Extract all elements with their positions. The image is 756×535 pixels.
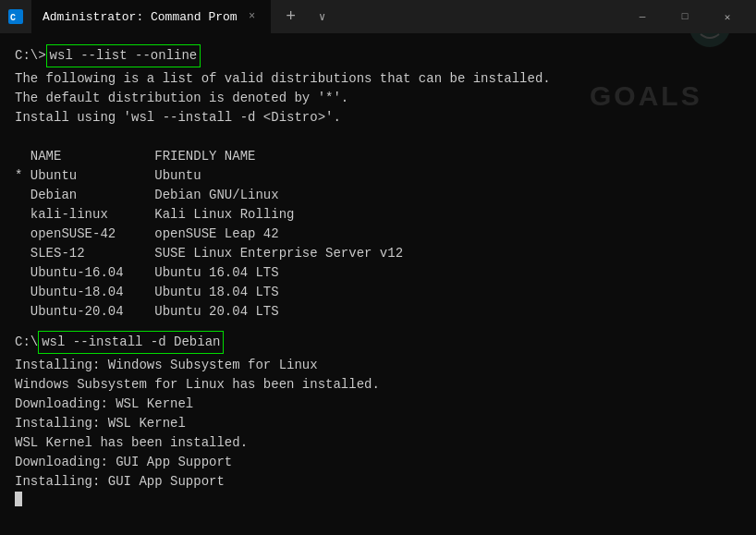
svg-text:C: C [10, 13, 16, 23]
output2-line-6: Downloading: GUI App Support [15, 453, 741, 472]
prompt-2: C:\ [15, 333, 38, 352]
command-text-1: wsl --list --online [46, 44, 201, 67]
output-line-12: Ubuntu-20.04 Ubuntu 20.04 LTS [15, 302, 741, 322]
command-text-2: wsl --install -d Debian [38, 331, 224, 354]
terminal-area[interactable]: C:\>wsl --list --online The following is… [0, 33, 756, 535]
output-line-11: Ubuntu-18.04 Ubuntu 18.04 LTS [15, 283, 741, 302]
minimize-button[interactable]: — [621, 0, 664, 33]
tab-label: Administrator: Command Prom [43, 10, 238, 24]
output-line-3: Install using 'wsl --install -d <Distro>… [15, 108, 741, 128]
prompt-1: C:\> [15, 46, 46, 66]
output-line-2: The default distribution is denoted by '… [15, 89, 741, 108]
output-line-8: openSUSE-42 openSUSE Leap 42 [15, 225, 741, 244]
close-tab-button[interactable]: × [245, 9, 260, 24]
output-line-5: * Ubuntu Ubuntu [15, 166, 741, 186]
title-bar: C Administrator: Command Prom × + ∨ — □ … [0, 0, 756, 33]
output2-line-3: Downloading: WSL Kernel [15, 395, 741, 414]
app-icon: C [7, 8, 24, 25]
active-tab[interactable]: Administrator: Command Prom × [31, 0, 271, 33]
output-line-1: The following is a list of valid distrib… [15, 69, 741, 89]
output-line-9: SLES-12 SUSE Linux Enterprise Server v12 [15, 244, 741, 263]
output-line-blank1 [15, 128, 741, 147]
add-tab-button[interactable]: + [278, 4, 304, 30]
output2-line-5: WSL Kernel has been installed. [15, 433, 741, 453]
output2-line-7: Installing: GUI App Support [15, 472, 741, 492]
output2-line-2: Windows Subsystem for Linux has been ins… [15, 375, 741, 395]
command-line-2: C:\wsl --install -d Debian [15, 331, 741, 354]
close-window-button[interactable]: ✕ [706, 0, 749, 33]
cursor [15, 492, 22, 506]
output-line-10: Ubuntu-16.04 Ubuntu 16.04 LTS [15, 263, 741, 283]
output2-line-4: Installing: WSL Kernel [15, 414, 741, 433]
output2-line-1: Installing: Windows Subsystem for Linux [15, 356, 741, 375]
output-line-7: kali-linux Kali Linux Rolling [15, 205, 741, 225]
window-controls: — □ ✕ [621, 0, 749, 33]
output-line-6: Debian Debian GNU/Linux [15, 186, 741, 205]
tab-dropdown-button[interactable]: ∨ [311, 6, 334, 28]
command-line-1: C:\>wsl --list --online [15, 44, 741, 67]
cursor-line [15, 492, 741, 506]
section-gap [15, 322, 741, 331]
output-line-4: NAME FRIENDLY NAME [15, 147, 741, 166]
maximize-button[interactable]: □ [664, 0, 706, 33]
